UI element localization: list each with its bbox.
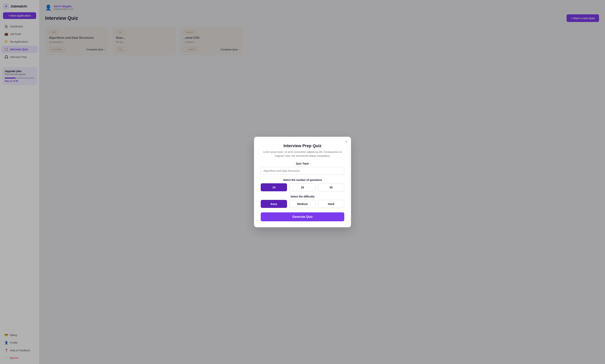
quiz-topic-input[interactable] — [261, 167, 344, 175]
questions-option-20[interactable]: 20 — [289, 183, 316, 191]
questions-option-10[interactable]: 10 — [261, 183, 287, 191]
quiz-topic-label: Quiz Topic — [261, 162, 344, 165]
difficulty-option-hard[interactable]: Hard — [318, 200, 344, 208]
modal-title: Interview Prep Quiz — [261, 143, 344, 148]
questions-count-label: Select the number of questions — [261, 179, 344, 182]
modal-overlay[interactable]: × Interview Prep Quiz Lorem ipsum dolor,… — [0, 0, 605, 364]
difficulty-option-medium[interactable]: Medium — [289, 200, 316, 208]
questions-option-group: 102030 — [261, 183, 344, 191]
questions-option-30[interactable]: 30 — [318, 183, 344, 191]
generate-quiz-button[interactable]: Generate Quiz — [261, 212, 344, 221]
modal-close-button[interactable]: × — [345, 140, 348, 143]
difficulty-option-group: EasyMediumHard — [261, 200, 344, 208]
modal-description: Lorem ipsum dolor, sit amet consectetur … — [261, 150, 344, 158]
modal: × Interview Prep Quiz Lorem ipsum dolor,… — [254, 137, 351, 227]
difficulty-option-easy[interactable]: Easy — [261, 200, 287, 208]
difficulty-label: Select the difficulty — [261, 195, 344, 198]
